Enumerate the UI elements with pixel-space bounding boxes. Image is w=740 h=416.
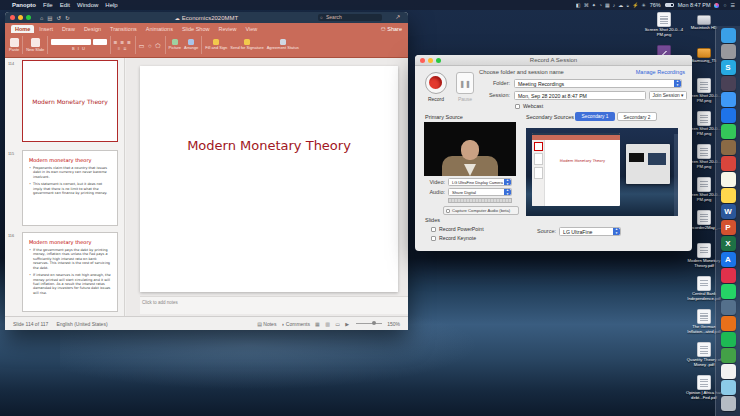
home-icon[interactable]: ⌂ <box>40 15 43 21</box>
webcast-checkbox[interactable] <box>515 104 520 109</box>
comments-toggle[interactable]: ◗ Comments <box>281 321 310 327</box>
zoom-slider[interactable] <box>356 323 382 324</box>
close-dialog-button[interactable] <box>420 58 425 63</box>
dock-app-icon[interactable] <box>721 332 736 347</box>
pause-button[interactable]: ❚❚ <box>456 72 474 94</box>
zoom-window-button[interactable] <box>26 15 31 20</box>
picture-button[interactable]: Picture <box>169 39 181 50</box>
fill-and-sign-button[interactable]: Fill and Sign <box>205 39 227 50</box>
record-keynote-row[interactable]: Record Keynote <box>431 235 476 241</box>
zoom-level[interactable]: 150% <box>387 321 400 327</box>
ribbon-tab[interactable]: Home <box>11 25 34 34</box>
font-name-dropdown[interactable] <box>51 39 91 45</box>
dock-app-icon[interactable] <box>721 124 736 139</box>
dock-app-icon[interactable]: W <box>721 204 736 219</box>
notes-toggle[interactable]: ▤ Notes <box>257 321 276 327</box>
dock-app-icon[interactable] <box>721 364 736 379</box>
video-source-dropdown[interactable]: LG UltraFine Display Camera ▲▼ <box>448 178 512 186</box>
agreement-status-button[interactable]: Agreement Status <box>267 39 299 50</box>
minimize-window-button[interactable] <box>18 15 23 20</box>
slide-title-text[interactable]: Modern Monetary Theory <box>140 138 398 153</box>
audio-source-dropdown[interactable]: Shure Digital ▲▼ <box>448 188 512 196</box>
siri-icon[interactable] <box>714 3 719 8</box>
dock-app-icon[interactable]: A <box>721 252 736 267</box>
share-button[interactable]: ⚇ Share <box>381 26 402 34</box>
capture-computer-audio-row[interactable]: Capture Computer Audio (beta) <box>443 206 519 215</box>
record-powerpoint-row[interactable]: Record PowerPoint <box>431 226 484 232</box>
dock-app-icon[interactable] <box>721 188 736 203</box>
video-stepper-icon[interactable]: ▲▼ <box>504 179 511 185</box>
status-icon[interactable]: ◔ <box>599 2 602 8</box>
slide-thumbnail-panel[interactable]: 114 Modern Monetary Theory 115 Modern mo… <box>5 58 125 316</box>
view-mode-buttons[interactable]: ▦ ▥ ▭ ▶ <box>315 321 351 327</box>
tab-secondary-2[interactable]: Secondary 2 <box>617 112 657 121</box>
dock-app-icon[interactable] <box>721 108 736 123</box>
slide-thumbnail-114[interactable]: Modern Monetary Theory <box>22 60 118 142</box>
dock-app-icon[interactable] <box>721 28 736 43</box>
ribbon-tab[interactable]: View <box>242 25 262 34</box>
font-style-buttons[interactable]: B I U <box>72 46 86 51</box>
join-session-button[interactable]: Join Session ▾ <box>649 91 687 100</box>
list-buttons[interactable]: ≡ ≣ <box>118 46 128 51</box>
dock-app-icon[interactable] <box>721 92 736 107</box>
record-powerpoint-checkbox[interactable] <box>431 227 436 232</box>
dock-app-icon[interactable] <box>721 316 736 331</box>
menu-app-name[interactable]: Panopto <box>12 2 36 8</box>
tab-secondary-1[interactable]: Secondary 1 <box>575 112 615 121</box>
main-slide-canvas[interactable]: Modern Monetary Theory <box>140 66 398 292</box>
dialog-titlebar[interactable]: Record A Session <box>415 55 692 66</box>
dock-app-icon[interactable] <box>721 300 736 315</box>
dock-app-icon[interactable] <box>721 172 736 187</box>
ribbon-tab[interactable]: Design <box>80 25 105 34</box>
ribbon-tab[interactable]: Transitions <box>106 25 141 34</box>
powerpoint-titlebar[interactable]: ⌂ ▤ ↺ ↻ ☁Economics2020MMT Search ↗ <box>5 12 408 23</box>
ribbon-tab[interactable]: Insert <box>35 25 57 34</box>
notification-center-icon[interactable]: ☰ <box>731 2 735 8</box>
status-icon[interactable]: ☁ <box>618 2 623 8</box>
dock-app-icon[interactable]: X <box>721 236 736 251</box>
session-name-input[interactable]: Mon, Sep 28 2020 at 8:47 PM <box>514 91 646 100</box>
ribbon-tab[interactable]: Review <box>214 25 240 34</box>
send-for-signature-button[interactable]: Send for Signature <box>230 39 263 50</box>
dock-app-icon[interactable] <box>721 156 736 171</box>
menu-clock[interactable]: Mon 8:47 PM <box>678 2 711 8</box>
paste-button[interactable]: Paste <box>9 38 19 52</box>
shapes-group[interactable]: ▭ ○ ⬠ <box>139 42 162 49</box>
new-slide-button[interactable]: New Slide <box>26 38 44 52</box>
webcast-checkbox-row[interactable]: Webcast <box>515 103 543 109</box>
search-input[interactable]: Search <box>318 14 382 21</box>
share-icon[interactable]: ↗ <box>394 14 402 21</box>
dock-app-icon[interactable] <box>721 76 736 91</box>
dock-app-icon[interactable] <box>721 284 736 299</box>
menu-item[interactable]: File <box>43 2 53 8</box>
status-icon[interactable]: ✦ <box>592 2 596 8</box>
align-buttons[interactable]: ☰ ☰ ☰ <box>114 40 132 45</box>
desktop-icon[interactable]: Screen Shot 20-0...4 PM.png <box>644 12 684 45</box>
notes-placeholder[interactable]: Click to add notes <box>142 300 408 305</box>
manage-recordings-link[interactable]: Manage Recordings <box>636 69 685 75</box>
notes-pane[interactable]: Click to add notes <box>140 296 408 314</box>
dock-app-icon[interactable] <box>721 44 736 59</box>
ribbon-tab[interactable]: Slide Show <box>178 25 214 34</box>
minimize-dialog-button[interactable] <box>428 58 433 63</box>
save-icon[interactable]: ▤ <box>47 15 52 21</box>
status-icon[interactable]: ▦ <box>605 2 610 8</box>
font-size-dropdown[interactable] <box>93 39 107 45</box>
undo-icon[interactable]: ↺ <box>57 15 62 21</box>
dock-app-icon[interactable] <box>721 396 736 411</box>
slide-thumbnail-116[interactable]: Modern monetary theory •If the governmen… <box>22 232 118 312</box>
record-keynote-checkbox[interactable] <box>431 236 436 241</box>
menu-item[interactable]: Help <box>105 2 117 8</box>
zoom-slider-knob[interactable] <box>372 321 376 325</box>
menu-item[interactable]: Edit <box>60 2 70 8</box>
dock-app-icon[interactable]: S <box>721 60 736 75</box>
status-icon[interactable]: ✳ <box>642 2 646 8</box>
slide-thumbnail-115[interactable]: Modern monetary theory •Proponents claim… <box>22 150 118 226</box>
status-icon[interactable]: ⚡ <box>632 2 638 8</box>
status-icon[interactable]: ♪ <box>613 2 616 8</box>
status-icon[interactable]: ◧ <box>576 2 581 8</box>
screen-source-dropdown[interactable]: LG UltraFine ▲▼ <box>559 227 621 236</box>
dock-app-icon[interactable] <box>721 380 736 395</box>
language-indicator[interactable]: English (United States) <box>56 321 107 327</box>
close-window-button[interactable] <box>10 15 15 20</box>
